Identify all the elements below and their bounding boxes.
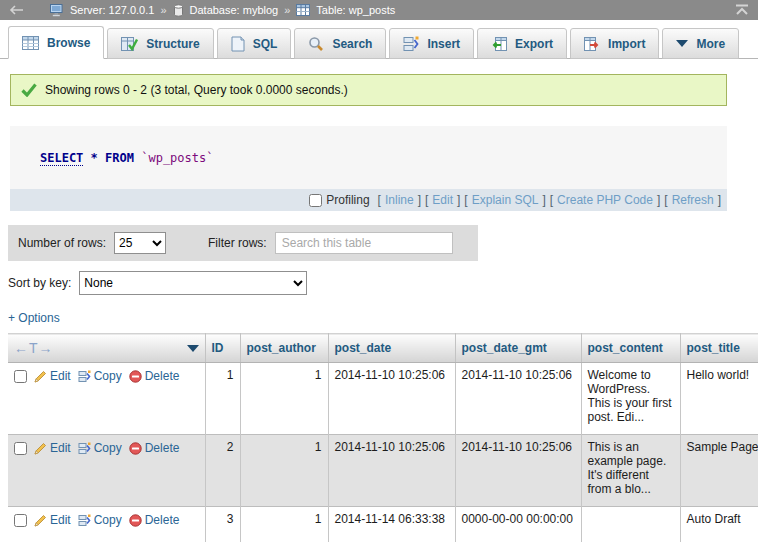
edit-label: Edit <box>50 513 71 527</box>
back-icon[interactable] <box>8 5 24 15</box>
cell-post-author: 1 <box>240 507 328 542</box>
breadcrumb-separator: » <box>284 4 290 16</box>
edit-label: Edit <box>50 369 71 383</box>
tab-sql[interactable]: SQL <box>217 28 292 59</box>
copy-label: Copy <box>94 441 122 455</box>
delete-link[interactable]: Delete <box>129 369 180 383</box>
copy-icon <box>78 370 91 383</box>
bracket: [ <box>550 193 553 207</box>
sort-by-key-label: Sort by key: <box>8 276 71 290</box>
sql-query-text: SELECT * FROM `wp_posts` <box>10 126 727 189</box>
tab-search[interactable]: Search <box>294 28 386 59</box>
cell-post-date-gmt: 2014-11-10 10:25:06 <box>455 363 581 435</box>
copy-link[interactable]: Copy <box>78 441 122 455</box>
row-select-checkbox[interactable] <box>14 514 27 527</box>
tab-label: Import <box>608 37 645 51</box>
row-select-checkbox[interactable] <box>14 442 27 455</box>
edit-link[interactable]: Edit <box>34 369 71 383</box>
cell-post-date: 2014-11-10 10:25:06 <box>328 363 455 435</box>
explain-sql-link[interactable]: Explain SQL <box>472 193 539 207</box>
create-php-code-link[interactable]: Create PHP Code <box>557 193 653 207</box>
tab-structure[interactable]: Structure <box>107 28 213 59</box>
browse-icon <box>22 36 39 50</box>
column-actions-dropdown-icon[interactable] <box>187 345 199 352</box>
delete-link[interactable]: Delete <box>129 441 180 455</box>
bracket: ] <box>542 193 545 207</box>
delete-link[interactable]: Delete <box>129 513 180 527</box>
sql-keyword-select[interactable]: SELECT <box>40 151 83 166</box>
column-header-post-title[interactable]: post_title <box>680 334 758 363</box>
column-header-post-date-gmt[interactable]: post_date_gmt <box>455 334 581 363</box>
options-toggle-link[interactable]: + Options <box>8 311 60 325</box>
server-icon <box>50 4 64 17</box>
cell-post-date-gmt: 2014-11-10 10:25:06 <box>455 435 581 507</box>
copy-icon <box>78 442 91 455</box>
cell-post-author: 1 <box>240 435 328 507</box>
profiling-checkbox[interactable] <box>309 194 322 207</box>
delete-label: Delete <box>145 513 180 527</box>
delete-label: Delete <box>145 441 180 455</box>
number-of-rows-select[interactable]: 25 <box>114 232 166 254</box>
breadcrumb-database[interactable]: Database: myblog <box>190 4 279 16</box>
filter-search-input[interactable] <box>275 232 453 254</box>
copy-label: Copy <box>94 513 122 527</box>
column-header-id[interactable]: ID <box>205 334 240 363</box>
tab-export[interactable]: Export <box>477 28 567 59</box>
sql-table-identifier: `wp_posts` <box>141 151 213 165</box>
refresh-link[interactable]: Refresh <box>672 193 714 207</box>
edit-label: Edit <box>50 441 71 455</box>
breadcrumb-table[interactable]: Table: wp_posts <box>316 4 395 16</box>
column-header-post-content[interactable]: post_content <box>581 334 680 363</box>
cell-id: 2 <box>205 435 240 507</box>
row-actions-cell: Edit Copy Delete <box>8 363 205 435</box>
cell-post-date: 2014-11-14 06:33:38 <box>328 507 455 542</box>
cell-post-content: Welcome to WordPress. This is your first… <box>581 363 680 435</box>
import-icon <box>584 37 600 51</box>
delete-icon <box>129 442 142 455</box>
sort-row: Sort by key: None <box>8 271 758 295</box>
sql-icon <box>231 36 245 52</box>
table-row: Edit Copy Delete 1 1 2014-11-10 10:25:06… <box>8 363 758 435</box>
table-row: Edit Copy Delete 3 1 2014-11-14 06:33:38… <box>8 507 758 542</box>
filter-rows-label: Filter rows: <box>208 236 267 250</box>
column-header-post-author[interactable]: post_author <box>240 334 328 363</box>
column-header-post-date[interactable]: post_date <box>328 334 455 363</box>
cell-id: 3 <box>205 507 240 542</box>
copy-link[interactable]: Copy <box>78 513 122 527</box>
status-text: Showing rows 0 - 2 (3 total, Query took … <box>45 83 348 97</box>
delete-icon <box>129 514 142 527</box>
column-header-actions: ←T→ <box>8 334 205 363</box>
breadcrumb-server[interactable]: Server: 127.0.0.1 <box>70 4 154 16</box>
tab-bar: Browse Structure SQL Search Insert <box>0 20 758 59</box>
tab-import[interactable]: Import <box>570 28 659 59</box>
pencil-icon <box>34 442 47 455</box>
more-dropdown-icon <box>676 40 688 47</box>
tab-browse[interactable]: Browse <box>8 26 104 59</box>
sql-keyword-from: FROM <box>105 151 134 165</box>
bracket: [ <box>378 193 381 207</box>
copy-icon <box>78 514 91 527</box>
tab-label: Insert <box>427 37 460 51</box>
collapse-icon[interactable] <box>734 4 750 16</box>
cell-post-date: 2014-11-10 10:25:06 <box>328 435 455 507</box>
status-message: Showing rows 0 - 2 (3 total, Query took … <box>10 74 727 106</box>
bracket: ] <box>418 193 421 207</box>
edit-query-link[interactable]: Edit <box>432 193 453 207</box>
edit-link[interactable]: Edit <box>34 441 71 455</box>
edit-link[interactable]: Edit <box>34 513 71 527</box>
inline-link[interactable]: Inline <box>385 193 414 207</box>
tab-insert[interactable]: Insert <box>389 28 474 59</box>
row-actions-header-arrows: ←T→ <box>14 340 54 356</box>
number-of-rows-label: Number of rows: <box>18 236 106 250</box>
cell-id: 1 <box>205 363 240 435</box>
row-select-checkbox[interactable] <box>14 370 27 383</box>
tab-more[interactable]: More <box>662 28 739 59</box>
sort-by-key-select[interactable]: None <box>79 271 307 295</box>
breadcrumb-separator: » <box>160 4 166 16</box>
copy-label: Copy <box>94 369 122 383</box>
cell-post-author: 1 <box>240 363 328 435</box>
database-icon <box>173 4 184 17</box>
search-icon <box>308 36 324 52</box>
copy-link[interactable]: Copy <box>78 369 122 383</box>
table-icon <box>296 4 310 16</box>
